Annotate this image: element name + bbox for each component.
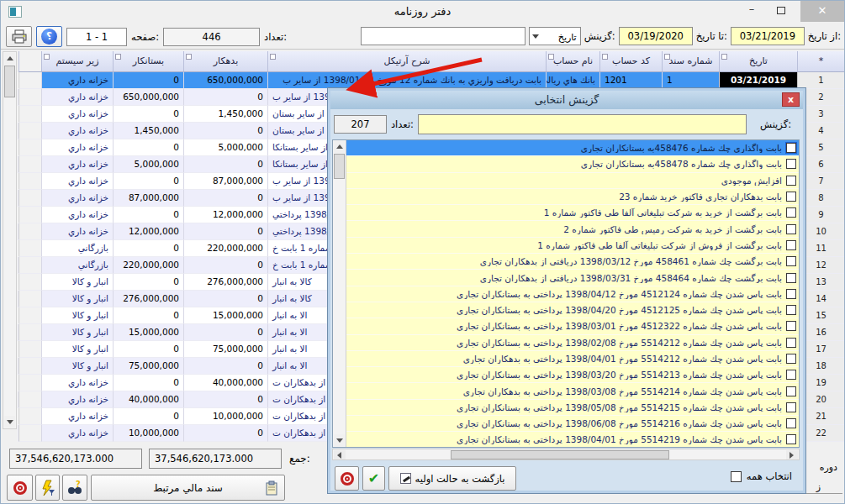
dialog-reset-button[interactable]: بازگشت به حالت اولیه — [388, 466, 516, 491]
select-combobox[interactable]: تاریخ — [529, 27, 581, 45]
list-item[interactable]: بابت برگشت چك شماره 458461 مورخ 1398/03/… — [346, 254, 799, 270]
scroll-up-icon[interactable] — [4, 53, 15, 65]
header-credit[interactable]: بستانکار — [113, 51, 183, 72]
item-label: بابت پاس شدن چك شماره 5514212 مورخ 1398/… — [457, 338, 782, 348]
item-checkbox[interactable] — [786, 418, 796, 428]
list-item[interactable]: افزايش موجودي — [346, 173, 799, 189]
list-item[interactable]: بابت برگشت چك شماره 458464 مورخ 1398/03/… — [346, 270, 799, 286]
item-checkbox[interactable] — [786, 386, 796, 396]
dialog-search-input[interactable] — [418, 114, 747, 134]
scroll-left-icon[interactable] — [334, 450, 346, 459]
item-checkbox[interactable] — [786, 176, 796, 186]
header-account-name[interactable]: نام حساب — [546, 51, 599, 72]
scroll-right-icon[interactable] — [786, 450, 798, 459]
dialog-vertical-scrollbar[interactable] — [333, 140, 346, 447]
header-debit[interactable]: بدهکار — [183, 51, 267, 72]
item-checkbox[interactable] — [786, 240, 796, 250]
item-checkbox[interactable] — [786, 370, 796, 380]
item-checkbox[interactable] — [786, 305, 796, 315]
related-document-button[interactable]: سند مالي مرتبط — [91, 475, 285, 501]
filter-button[interactable] — [35, 475, 60, 501]
list-item[interactable]: بابت برگشت از خريد به شركت تبليغاتي آلفا… — [346, 205, 799, 221]
to-date-field[interactable]: 03/19/2020 — [619, 27, 693, 45]
list-item[interactable]: بابت پاس شدن چك شماره 5514215 مورخ 1398/… — [346, 400, 799, 416]
list-item[interactable]: بابت پاس شدن چك شماره 4512322 مورخ 1398/… — [346, 318, 799, 334]
close-button[interactable]: ✕ — [800, 1, 844, 22]
item-checkbox[interactable] — [786, 434, 796, 444]
list-item[interactable]: بابت بدهكاران تجاري فاكتور خريد شماره 23 — [346, 189, 799, 205]
dialog-close-button[interactable]: x — [782, 92, 800, 107]
help-button[interactable]: ؟ — [36, 26, 62, 47]
item-checkbox[interactable] — [786, 256, 796, 266]
scrollbar-thumb[interactable] — [334, 154, 345, 179]
item-checkbox[interactable] — [786, 289, 796, 299]
scroll-down-icon[interactable] — [334, 434, 345, 446]
header-account-code[interactable]: کد حساب — [599, 51, 662, 72]
item-checkbox[interactable] — [786, 321, 796, 331]
row-gutter — [18, 156, 41, 173]
header-filter-box[interactable] — [44, 54, 50, 60]
list-item[interactable]: بابت برگشت از فروش از شركت تبليغاتي آلفا… — [346, 238, 799, 254]
select-search-combobox[interactable] — [361, 27, 525, 45]
dialog-ok-button[interactable]: ✔ — [362, 466, 385, 491]
scroll-up-icon[interactable] — [334, 141, 345, 153]
item-label: بابت بدهكاران تجاري فاكتور خريد شماره 23 — [619, 192, 782, 202]
item-checkbox[interactable] — [786, 159, 796, 169]
search-button[interactable]: ? — [62, 475, 87, 501]
select-all-checkbox[interactable] — [731, 471, 742, 482]
list-item[interactable]: بابت پاس شدن چك شماره 4512125 مورخ 1398/… — [346, 302, 799, 318]
header-description[interactable]: شرح آرتیکل — [267, 51, 546, 72]
header-filter-box[interactable] — [721, 54, 727, 60]
item-label: بابت پاس شدن چك شماره 5514219 مورخ 1398/… — [457, 434, 782, 444]
list-item[interactable]: بابت پاس شدن چك شماره 5514212 مورخ 1398/… — [346, 335, 799, 351]
table-row[interactable]: 1 03/21/2019 1 1201 بانك هاي ريالي بابت … — [18, 72, 844, 89]
list-item[interactable]: بابت واگذاري چك شماره 458476به بستانكارا… — [346, 140, 799, 156]
header-filter-box[interactable] — [548, 54, 554, 60]
item-checkbox[interactable] — [786, 402, 796, 412]
list-item[interactable]: بابت پاس شدن چك شماره 5514219 مورخ 1398/… — [346, 432, 799, 447]
print-button[interactable] — [6, 26, 32, 47]
dialog-horizontal-scrollbar[interactable] — [332, 449, 800, 460]
header-date[interactable]: تاریخ — [719, 51, 797, 72]
minimize-button[interactable]: – — [739, 1, 764, 22]
chevron-down-icon[interactable] — [532, 34, 539, 39]
header-filter-box[interactable] — [186, 54, 192, 60]
item-checkbox[interactable] — [786, 207, 796, 218]
list-item[interactable]: بابت پاس شدن چك شماره 5514216 مورخ 1398/… — [346, 416, 799, 432]
row-gutter — [18, 341, 41, 358]
from-date-field[interactable]: 03/21/2019 — [731, 27, 805, 45]
scrollbar-thumb[interactable] — [451, 450, 669, 459]
item-checkbox[interactable] — [786, 354, 796, 364]
item-checkbox[interactable] — [786, 192, 796, 202]
item-checkbox[interactable] — [786, 143, 796, 153]
item-checkbox[interactable] — [786, 224, 796, 234]
list-item[interactable]: بابت پاس شدن چك شماره 5514212 مورخ 1398/… — [346, 351, 799, 367]
page-field[interactable]: 1 - 1 — [66, 28, 127, 46]
cell-subsystem: خزانه داري — [41, 139, 113, 156]
dialog-cancel-button[interactable] — [335, 466, 359, 491]
header-doc-number[interactable]: شماره سند — [662, 51, 719, 72]
header-filter-box[interactable] — [602, 54, 608, 60]
exit-button[interactable] — [7, 475, 33, 501]
list-item[interactable]: بابت پاس شدن چك شماره 5514214 مورخ 1398/… — [346, 383, 799, 399]
dialog-title[interactable]: گزینش انتخابی — [330, 91, 803, 109]
header-filter-box[interactable] — [664, 54, 670, 60]
scrollbar-thumb[interactable] — [4, 66, 15, 97]
list-item[interactable]: بابت واگذاري چك شماره 458478به بستانكارا… — [346, 156, 799, 172]
list-item[interactable]: بابت پاس شدن چك شماره 4512124 مورخ 1398/… — [346, 286, 799, 302]
select-all-control[interactable]: انتخاب همه — [731, 470, 792, 482]
header-filter-box[interactable] — [270, 54, 276, 60]
item-label: افزايش موجودي — [721, 176, 782, 186]
count-field[interactable]: 446 — [163, 28, 260, 46]
scroll-down-icon[interactable] — [4, 416, 15, 428]
row-gutter — [18, 391, 41, 408]
maximize-button[interactable] — [768, 1, 794, 22]
list-item[interactable]: بابت پاس شدن چك شماره 5514213 مورخ 1398/… — [346, 367, 799, 383]
item-checkbox[interactable] — [786, 338, 796, 348]
header-subsystem[interactable]: زیر سیستم — [41, 51, 113, 72]
cell-credit: 0 — [113, 341, 183, 358]
grid-vertical-scrollbar[interactable] — [3, 51, 17, 429]
item-checkbox[interactable] — [786, 273, 796, 283]
header-filter-box[interactable] — [115, 54, 121, 60]
list-item[interactable]: بابت برگشت از خريد به شركت رميس طي فاكتو… — [346, 221, 799, 237]
